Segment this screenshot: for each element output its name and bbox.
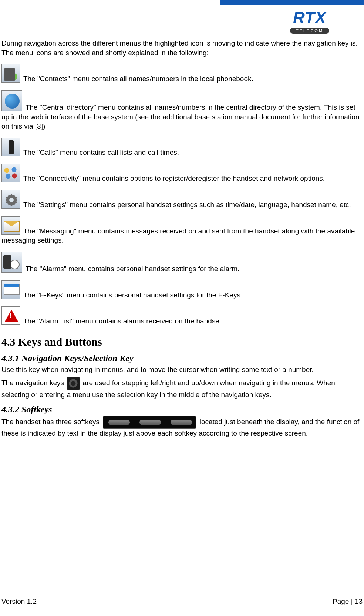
menu-item-alarms: The "Alarms" menu contains personal hand… (1, 252, 363, 274)
para-431-1: Use this key when navigating in menus, a… (1, 365, 363, 374)
menu-item-contacts: The "Contacts" menu contains all names/n… (1, 64, 363, 84)
messaging-text: The "Messaging" menu contains messages r… (1, 227, 355, 244)
menu-item-alarm-list: The "Alarm List" menu contains alarms re… (1, 306, 363, 326)
page-number: Page | 13 (333, 597, 363, 606)
connectivity-text: The "Connectivity" menu contains options… (23, 174, 325, 182)
fkeys-text: The "F-Keys" menu contains personal hand… (23, 291, 242, 299)
globe-icon (1, 90, 22, 111)
page-footer: Version 1.2 Page | 13 (1, 597, 363, 606)
header-accent-bar (220, 0, 364, 5)
heading-4-3-1: 4.3.1 Navigation Keys/Selection Key (1, 353, 363, 363)
alarm-list-text: The "Alarm List" menu contains alarms re… (23, 317, 221, 325)
logo-subtext: TELECOM (290, 28, 329, 34)
calls-text: The "Calls" menu contains call lists and… (23, 149, 179, 156)
menu-item-central-directory: The "Central directory" menu contains al… (1, 90, 363, 131)
softkeys-icon (103, 416, 196, 429)
settings-text: The "Settings" menu contains personal ha… (23, 201, 351, 209)
softkey-2-icon (139, 420, 161, 425)
softkey-3-icon (171, 420, 192, 425)
mail-icon (1, 216, 20, 235)
contacts-text: The "Contacts" menu contains all names/n… (23, 75, 253, 83)
navigation-key-icon (67, 377, 80, 390)
connectivity-icon (1, 164, 20, 182)
warning-triangle-icon (1, 306, 20, 325)
central-directory-text: The "Central directory" menu contains al… (1, 103, 359, 130)
heading-4-3-2: 4.3.2 Softkeys (1, 404, 363, 414)
fkeys-icon (1, 280, 20, 299)
para-432-1a: The handset has three softkeys (1, 418, 101, 426)
menu-item-fkeys: The "F-Keys" menu contains personal hand… (1, 280, 363, 300)
document-body: During navigation across the different m… (1, 39, 363, 440)
para-431-2: The navigation keys are used for steppin… (1, 377, 363, 400)
para-432-1: The handset has three softkeys located j… (1, 416, 363, 438)
heading-4-3: 4.3 Keys and Buttons (1, 336, 363, 348)
para-431-2a: The navigation keys (1, 379, 66, 387)
version-label: Version 1.2 (1, 597, 37, 606)
softkey-1-icon (108, 420, 130, 425)
menu-item-calls: The "Calls" menu contains call lists and… (1, 138, 363, 157)
intro-paragraph: During navigation across the different m… (1, 39, 363, 57)
phone-icon (1, 138, 20, 156)
menu-item-messaging: The "Messaging" menu contains messages r… (1, 216, 363, 245)
menu-item-settings: The "Settings" menu contains personal ha… (1, 190, 363, 210)
menu-item-connectivity: The "Connectivity" menu contains options… (1, 164, 363, 183)
logo: RTX TELECOM (267, 10, 352, 34)
gear-icon (1, 190, 20, 209)
logo-text: RTX (267, 10, 352, 26)
contacts-icon (1, 64, 20, 83)
alarm-clock-icon (1, 252, 22, 273)
alarms-text: The "Alarms" menu contains personal hand… (26, 265, 240, 273)
